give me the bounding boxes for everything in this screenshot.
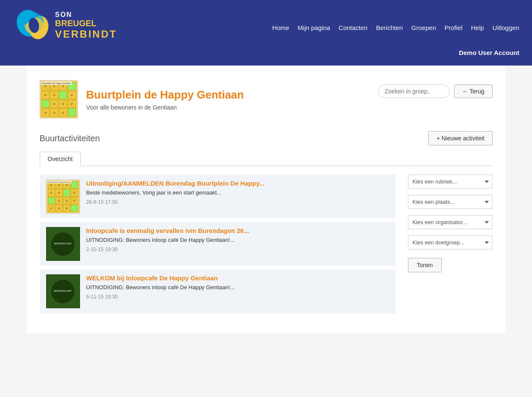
- logo-icon: [13, 4, 55, 47]
- activity-item[interactable]: BRAECKLANT WELKOM bij Inloopcafe De Happ…: [40, 269, 395, 313]
- header-top: SON BREUGEL VERBINDT Home Mijn pagina Co…: [13, 0, 519, 47]
- map-cell: [50, 108, 58, 117]
- header-bottom: Demo User Account: [13, 47, 519, 61]
- map-grid: [47, 180, 80, 213]
- group-header-right: ← Terug: [378, 85, 493, 98]
- map-cell: [48, 205, 55, 212]
- map-cell: [41, 91, 50, 99]
- main-content: Buurtplein De Happy Gentiaan: [27, 66, 505, 334]
- activity-title-1[interactable]: Uitnodiging/AANMELDEN Burendag Buurtplei…: [86, 180, 265, 187]
- map-cell: [59, 100, 67, 108]
- group-info: Buurtplein de Happy Gentiaan Voor alle b…: [86, 88, 244, 111]
- activity-date-2: 2-10-15 19:30: [86, 246, 118, 252]
- group-header: Buurtplein De Happy Gentiaan: [40, 74, 493, 118]
- tree-circle: BRAECKLANT: [51, 233, 74, 256]
- activity-content-1: Uitnodiging/AANMELDEN Burendag Buurtplei…: [86, 180, 265, 205]
- activity-date-3: 6-11-15 19:30: [86, 294, 118, 300]
- activities-title: Buurtactiviteiten: [40, 134, 100, 143]
- filter-organisator[interactable]: Kies een organisator...: [408, 215, 493, 229]
- header: SON BREUGEL VERBINDT Home Mijn pagina Co…: [0, 0, 532, 66]
- map-cell: [55, 197, 63, 204]
- map-cell: [71, 189, 78, 196]
- main-nav: Home Mijn pagina Contacten Berichten Gro…: [272, 20, 519, 31]
- map-cell: [71, 205, 78, 212]
- nav-home[interactable]: Home: [272, 24, 289, 31]
- group-image-label: Buurtplein De Happy Gentiaan: [41, 82, 72, 85]
- activity-image-1: Buurtplein De Happy Gentiaan: [46, 180, 80, 214]
- logo-son: SON: [55, 11, 117, 19]
- map-cell: [63, 197, 70, 204]
- activity-excerpt-1: Beste medebewoners, Vorig jaar is een st…: [86, 189, 265, 196]
- map-cell: [59, 108, 67, 117]
- tab-overview[interactable]: Overzicht: [40, 152, 81, 166]
- activity-image-3: BRAECKLANT: [46, 274, 80, 308]
- group-subtitle: Voor alle bewoners in de Gentiaan: [86, 104, 244, 111]
- activity-image-label: Buurtplein De Happy Gentiaan: [47, 181, 72, 183]
- map-cell: [63, 189, 70, 196]
- activity-content-2: Inloopcafe is eenmalig vervallen ivm Bur…: [86, 227, 249, 253]
- activity-item[interactable]: BRAECKLANT Inloopcafe is eenmalig verval…: [40, 222, 395, 266]
- tree-label: BRAECKLANT: [54, 290, 72, 293]
- map-cell: [71, 197, 78, 204]
- activity-title-3[interactable]: WELKOM bij Inloopcafe De Happy Gentiaan: [86, 274, 234, 282]
- group-image: Buurtplein De Happy Gentiaan: [40, 80, 78, 118]
- tabs-bar: Overzicht: [40, 152, 493, 166]
- map-cell: [55, 189, 63, 196]
- user-account: Demo User Account: [459, 49, 519, 56]
- nav-profiel[interactable]: Profiel: [444, 24, 463, 31]
- map-cell: [55, 205, 63, 212]
- group-header-left: Buurtplein De Happy Gentiaan: [40, 80, 244, 118]
- logo-verbindt: VERBINDT: [55, 28, 117, 40]
- tonen-button[interactable]: Tonen: [408, 258, 442, 272]
- map-cell: [68, 108, 76, 117]
- filter-rubriek[interactable]: Kies een rubriek...: [408, 175, 493, 189]
- filter-doelgroep[interactable]: Kies een doelgroep...: [408, 235, 493, 249]
- tree-circle: BRAECKLANT: [51, 280, 74, 303]
- logo-breugel: BREUGEL: [55, 19, 117, 28]
- map-cell: [48, 189, 55, 196]
- activity-excerpt-2: UITNODIGING: Bewoners inloop café De Hap…: [86, 237, 249, 243]
- map-cell: [50, 100, 58, 108]
- logo-area: SON BREUGEL VERBINDT: [13, 4, 117, 47]
- map-cell: [48, 197, 55, 204]
- map-cell: [50, 91, 58, 99]
- group-map-grid: [40, 81, 77, 118]
- map-cell: [59, 91, 67, 99]
- activity-content-3: WELKOM bij Inloopcafe De Happy Gentiaan …: [86, 274, 234, 300]
- map-cell: [63, 205, 70, 212]
- activities-list: Buurtplein De Happy Gentiaan: [40, 175, 395, 317]
- group-title: Buurtplein de Happy Gentiaan: [86, 88, 244, 101]
- activity-title-2[interactable]: Inloopcafe is eenmalig vervallen ivm Bur…: [86, 227, 249, 234]
- filter-plaats[interactable]: Kies een plaats...: [408, 195, 493, 209]
- map-cell: [71, 181, 78, 189]
- map-cell: [41, 108, 50, 117]
- back-button[interactable]: ← Terug: [454, 85, 493, 98]
- group-search-input[interactable]: [378, 85, 450, 98]
- map-cell: [41, 100, 50, 108]
- content-area: Buurtplein De Happy Gentiaan: [40, 175, 493, 317]
- tree-label: BRAECKLANT: [54, 242, 72, 246]
- nav-contacten[interactable]: Contacten: [339, 24, 367, 31]
- activities-header: Buurtactiviteiten + Nieuwe activiteit: [40, 131, 493, 145]
- nav-uitloggen[interactable]: Uitloggen: [493, 24, 519, 31]
- logo-text: SON BREUGEL VERBINDT: [55, 11, 117, 40]
- activity-image-2: BRAECKLANT: [46, 227, 80, 261]
- nav-berichten[interactable]: Berichten: [376, 24, 402, 31]
- activity-item[interactable]: Buurtplein De Happy Gentiaan: [40, 175, 395, 219]
- nav-help[interactable]: Help: [471, 24, 484, 31]
- nav-groepen[interactable]: Groepen: [411, 24, 436, 31]
- map-cell: [68, 100, 76, 108]
- activity-date-1: 26-9-15 17:50: [86, 199, 118, 205]
- new-activity-button[interactable]: + Nieuwe activiteit: [428, 131, 492, 145]
- filters-sidebar: Kies een rubriek... Kies een plaats... K…: [408, 175, 493, 317]
- activity-excerpt-3: UITNODIGING: Bewoners inloop café De Hap…: [86, 284, 234, 290]
- map-cell: [68, 91, 76, 99]
- nav-mijn-pagina[interactable]: Mijn pagina: [298, 24, 330, 31]
